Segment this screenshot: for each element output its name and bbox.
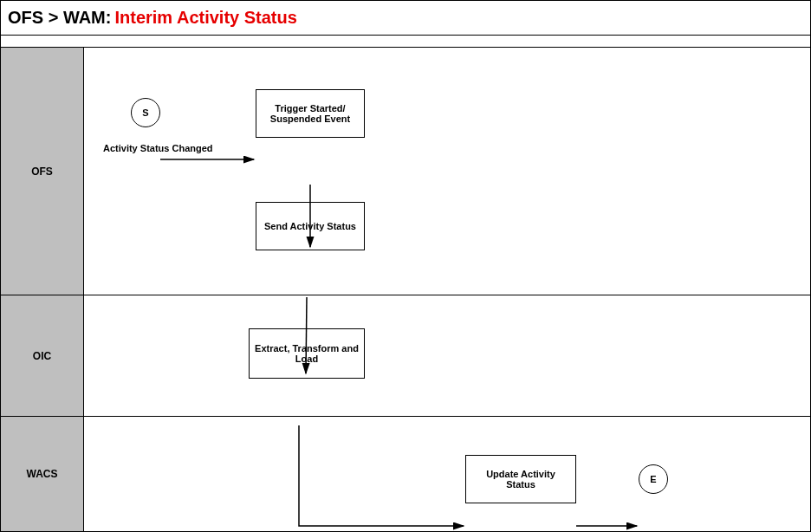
box-trigger-label: Trigger Started/ Suspended Event	[262, 103, 359, 124]
end-node-label: E	[650, 474, 656, 484]
lane-body-oic: Extract, Transform and Load	[84, 295, 810, 416]
end-node-icon: E	[639, 464, 668, 494]
box-send: Send Activity Status	[256, 202, 365, 250]
title-prefix: OFS > WAM:	[8, 8, 111, 28]
start-node-icon: S	[131, 98, 160, 127]
lane-oic: OIC Extract, Transform and Load	[1, 295, 810, 417]
box-send-label: Send Activity Status	[264, 221, 356, 231]
lane-label-ofs: OFS	[1, 48, 84, 295]
box-etl: Extract, Transform and Load	[249, 328, 365, 379]
lane-ofs: OFS S Activity Status Changed Trigger St…	[1, 48, 810, 295]
swimlanes-container: OFS S Activity Status Changed Trigger St…	[1, 48, 810, 532]
start-node-label: S	[142, 107, 148, 118]
lane-wacs: WACS Update Activity Status E	[1, 417, 810, 531]
title-gap	[1, 36, 810, 48]
lane-label-wacs: WACS	[1, 417, 84, 531]
lane-label-oic: OIC	[1, 295, 84, 416]
diagram-page: OFS > WAM: Interim Activity Status OFS S…	[0, 0, 811, 532]
lane-body-wacs: Update Activity Status E	[84, 417, 810, 531]
box-trigger: Trigger Started/ Suspended Event	[256, 89, 365, 138]
box-update: Update Activity Status	[465, 455, 576, 503]
box-etl-label: Extract, Transform and Load	[255, 343, 359, 364]
lane-body-ofs: S Activity Status Changed Trigger Starte…	[84, 48, 810, 295]
title-main: Interim Activity Status	[114, 8, 296, 28]
title-bar: OFS > WAM: Interim Activity Status	[1, 1, 810, 36]
box-update-label: Update Activity Status	[471, 469, 570, 490]
caption-status-changed: Activity Status Changed	[103, 143, 213, 153]
